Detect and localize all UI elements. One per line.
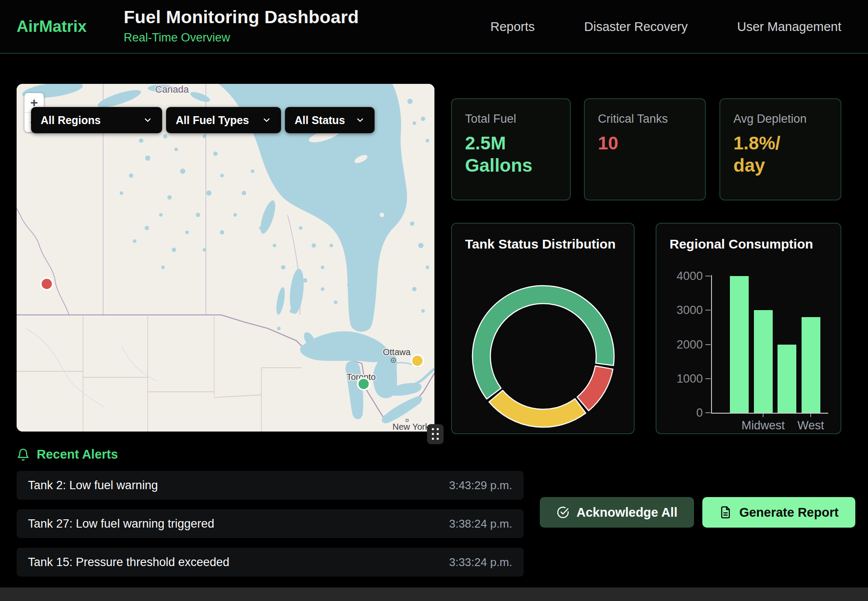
main-nav: Reports Disaster Recovery User Managemen… [490, 0, 841, 54]
tank-marker-normal[interactable] [358, 378, 370, 390]
y-axis-tick-label: 4000 [669, 269, 703, 283]
regional-consumption-card: Regional Consumption 01000200030004000Mi… [656, 223, 841, 434]
acknowledge-all-button[interactable]: Acknowledge All [540, 497, 694, 528]
y-axis-tickmark [705, 344, 711, 345]
y-axis-tickmark [705, 412, 711, 413]
recent-alerts-title: Recent Alerts [37, 447, 118, 462]
page-title: Fuel Monitoring Dashboard [124, 7, 359, 28]
stat-card-critical-tanks: Critical Tanks 10 [584, 98, 706, 200]
fuel-type-filter-dropdown[interactable]: All Fuel Types [166, 107, 281, 133]
map-drag-handle[interactable] [427, 424, 444, 444]
x-axis-tickmark [763, 414, 764, 417]
alert-text: Tank 2: Low fuel warning [28, 479, 158, 492]
y-axis-tickmark [705, 276, 711, 276]
yellow-segment [489, 390, 586, 427]
chevron-down-icon [143, 115, 153, 125]
tank-marker-warning[interactable] [412, 355, 424, 367]
y-axis-line [711, 275, 712, 413]
tank-marker-critical[interactable] [41, 278, 53, 290]
stat-card-total-fuel: Total Fuel 2.5MGallons [451, 98, 571, 200]
app-header: AirMatrix Fuel Monitoring Dashboard Real… [0, 0, 868, 54]
chevron-down-icon [355, 115, 365, 125]
y-axis-tickmark [705, 310, 711, 311]
nav-user-management[interactable]: User Management [737, 20, 841, 34]
y-axis-tick-label: 2000 [669, 338, 703, 352]
y-axis-tickmark [705, 378, 711, 379]
acknowledge-all-label: Acknowledge All [576, 505, 677, 520]
check-circle-icon [556, 506, 569, 519]
region-filter-dropdown[interactable]: All Regions [31, 107, 162, 133]
y-axis-tick-label: 0 [669, 406, 703, 420]
map-label-ottawa: Ottawa [383, 347, 411, 357]
title-block: Fuel Monitoring Dashboard Real-Time Over… [124, 7, 359, 45]
stat-value: 10 [598, 132, 692, 154]
fuel-monitoring-dashboard: AirMatrix Fuel Monitoring Dashboard Real… [0, 0, 868, 601]
map-filter-bar: All Regions All Fuel Types All Status [31, 107, 375, 133]
alert-timestamp: 3:38:24 p.m. [449, 517, 512, 531]
stat-label: Total Fuel [465, 112, 557, 126]
stat-value: 2.5MGallons [465, 132, 557, 176]
alert-timestamp: 3:43:29 p.m. [449, 479, 512, 492]
red-segment [577, 366, 613, 411]
consumption-bar [754, 310, 773, 413]
tank-status-card: Tank Status Distribution [451, 223, 635, 434]
map-canvas: Canada Ottawa Toronto New York [17, 84, 434, 432]
consumption-bar [778, 345, 796, 413]
alert-list-item[interactable]: Tank 27: Low fuel warning triggered 3:38… [17, 509, 524, 538]
alert-list-item[interactable]: Tank 2: Low fuel warning 3:43:29 p.m. [17, 471, 524, 500]
generate-report-button[interactable]: Generate Report [702, 497, 855, 528]
brand-logo: AirMatrix [17, 17, 87, 36]
y-axis-tick-label: 3000 [669, 304, 703, 317]
regional-consumption-bar-chart: 01000200030004000MidwestWest [656, 224, 840, 433]
page-subtitle: Real-Time Overview [124, 31, 359, 45]
map-label-new-york: New York [392, 422, 430, 432]
map-label-canada: Canada [155, 84, 189, 95]
stat-card-avg-depletion: Avg Depletion 1.8%/day [719, 98, 841, 200]
consumption-bar [730, 276, 749, 413]
region-filter-value: All Regions [41, 114, 101, 127]
x-axis-tick-label: Midwest [741, 419, 785, 432]
chevron-down-icon [262, 115, 271, 125]
nav-reports[interactable]: Reports [490, 20, 535, 34]
status-filter-dropdown[interactable]: All Status [285, 107, 375, 133]
nav-disaster-recovery[interactable]: Disaster Recovery [584, 20, 688, 34]
x-axis-tickmark [810, 414, 811, 417]
consumption-bar [802, 317, 820, 413]
generate-report-label: Generate Report [739, 505, 838, 520]
alert-text: Tank 27: Low fuel warning triggered [28, 517, 214, 531]
map-geography: Canada Ottawa Toronto New York [17, 84, 434, 432]
x-axis-tick-label: West [797, 419, 824, 432]
stat-value: 1.8%/day [733, 132, 827, 176]
recent-alerts-header: Recent Alerts [17, 447, 118, 462]
bell-icon [17, 448, 30, 462]
status-filter-value: All Status [295, 114, 345, 127]
bottom-scrollbar-strip [0, 587, 868, 601]
report-document-icon [719, 506, 732, 519]
tank-map[interactable]: Canada Ottawa Toronto New York + − All R… [17, 84, 434, 432]
stat-label: Avg Depletion [733, 112, 827, 126]
y-axis-tick-label: 1000 [669, 372, 703, 386]
tank-status-donut-chart [452, 224, 635, 435]
stat-label: Critical Tanks [598, 112, 692, 126]
alert-timestamp: 3:33:24 p.m. [449, 556, 512, 569]
alert-text: Tank 15: Pressure threshold exceeded [28, 556, 229, 569]
alert-list-item[interactable]: Tank 15: Pressure threshold exceeded 3:3… [17, 548, 524, 577]
fuel-type-filter-value: All Fuel Types [176, 114, 249, 127]
